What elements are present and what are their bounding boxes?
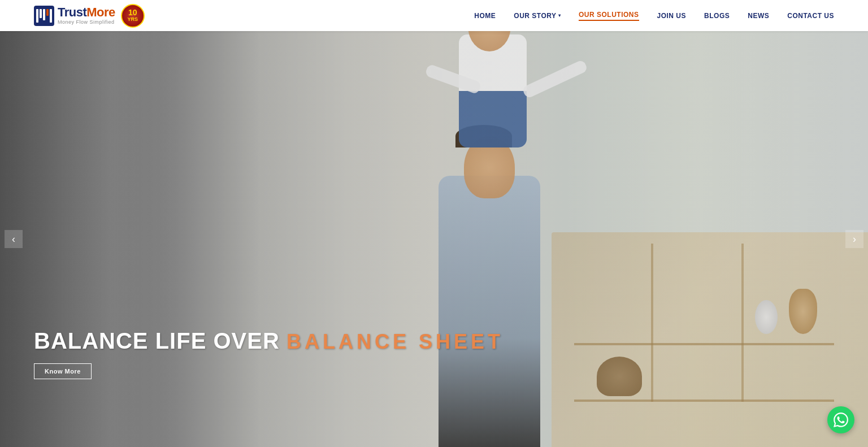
main-nav: HOME OUR STORY ▾ OUR SOLUTIONS JOIN US B… <box>474 11 834 21</box>
logo-icon <box>34 6 54 26</box>
carousel-next-button[interactable]: › <box>845 230 863 248</box>
headline-white: BALANCE LIFE OVER <box>34 328 280 353</box>
logo-text: TrustMore Money Flow Simplified <box>58 6 115 25</box>
hero-section: BALANCE LIFE OVER BALANCE SHEET Know Mor… <box>0 31 868 447</box>
nav-our-solutions[interactable]: OUR SOLUTIONS <box>579 11 639 21</box>
nav-our-story[interactable]: OUR STORY ▾ <box>514 12 561 20</box>
hero-overlay <box>0 31 868 447</box>
headline-orange: BALANCE SHEET <box>287 330 504 353</box>
nav-news[interactable]: NEWS <box>748 12 769 20</box>
nav-join-us[interactable]: JOIN US <box>657 12 687 20</box>
know-more-button[interactable]: Know More <box>34 363 92 379</box>
svg-rect-4 <box>50 9 52 23</box>
svg-rect-3 <box>46 9 49 16</box>
carousel-prev-button[interactable]: ‹ <box>5 230 23 248</box>
hero-headline: BALANCE LIFE OVER BALANCE SHEET <box>34 328 504 353</box>
logo-brand: TrustMore <box>58 6 115 19</box>
nav-home[interactable]: HOME <box>474 12 496 20</box>
svg-rect-2 <box>43 9 45 20</box>
logo-area: TrustMore Money Flow Simplified 10 YRS <box>34 4 145 28</box>
logo-tagline: Money Flow Simplified <box>58 20 115 25</box>
chevron-down-icon: ▾ <box>558 13 561 18</box>
anniversary-badge: 10 YRS <box>121 4 145 28</box>
svg-rect-1 <box>40 9 42 18</box>
nav-blogs[interactable]: BLOGS <box>704 12 730 20</box>
nav-contact-us[interactable]: CONTACT US <box>787 12 834 20</box>
header: TrustMore Money Flow Simplified 10 YRS H… <box>0 0 868 31</box>
whatsapp-fab[interactable] <box>827 406 854 433</box>
hero-content: BALANCE LIFE OVER BALANCE SHEET Know Mor… <box>34 328 504 379</box>
svg-rect-0 <box>36 9 38 23</box>
